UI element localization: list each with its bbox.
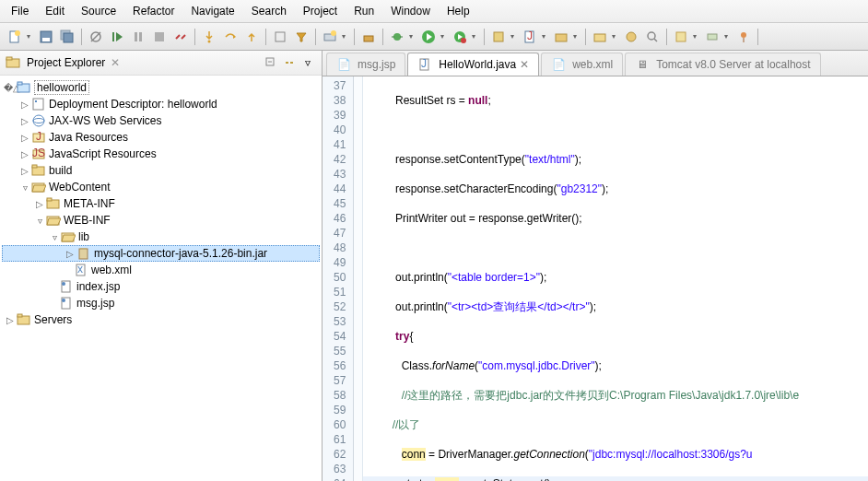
tree-label[interactable]: msg.jsp (76, 297, 114, 310)
run-icon[interactable] (419, 28, 438, 46)
run-last-icon[interactable] (451, 28, 469, 46)
annotation-icon[interactable] (672, 28, 690, 46)
collapse-icon[interactable]: ▷ (4, 315, 17, 325)
step-into-icon[interactable] (200, 28, 218, 46)
tree-label[interactable]: helloworld (34, 80, 89, 95)
open-type-icon[interactable] (591, 28, 609, 46)
tree-label[interactable]: JavaScript Resources (49, 147, 157, 160)
step-filters-icon[interactable] (292, 28, 311, 46)
menu-source[interactable]: Source (74, 2, 123, 20)
tab-tomcat-server[interactable]: 🖥Tomcat v8.0 Server at localhost (625, 53, 820, 76)
open-task-icon[interactable] (622, 28, 640, 46)
tree-label[interactable]: web.xml (91, 264, 132, 276)
external-tools-icon[interactable] (489, 28, 508, 46)
dropdown-icon[interactable]: ▾ (440, 32, 448, 41)
dropdown-icon[interactable]: ▾ (342, 32, 349, 41)
svg-rect-72 (18, 314, 22, 317)
close-icon[interactable]: ✕ (520, 58, 529, 71)
search-icon[interactable] (643, 28, 662, 46)
tree-label[interactable]: lib (78, 230, 89, 243)
close-view-icon[interactable]: ✕ (111, 56, 120, 69)
toggle-icon[interactable] (703, 28, 721, 46)
svg-rect-8 (112, 32, 114, 41)
dropdown-icon[interactable]: ▾ (612, 32, 619, 41)
debug-icon[interactable] (388, 28, 406, 46)
step-over-icon[interactable] (221, 28, 240, 46)
dropdown-icon[interactable]: ▾ (542, 32, 549, 41)
tab-helloworld-java[interactable]: JHelloWorld.java✕ (407, 53, 539, 76)
expand-icon[interactable]: ▿ (33, 216, 46, 226)
dropdown-icon[interactable]: ▾ (510, 32, 518, 41)
collapse-all-icon[interactable] (263, 54, 279, 71)
tree-label[interactable]: build (49, 164, 72, 177)
svg-marker-60 (47, 218, 61, 225)
tree-label[interactable]: Java Resources (49, 131, 128, 144)
menu-run[interactable]: Run (346, 2, 381, 20)
tree-label[interactable]: Servers (34, 313, 72, 326)
svg-point-33 (648, 32, 655, 40)
dropdown-icon[interactable]: ▾ (472, 32, 479, 41)
project-tree[interactable]: �△helloworld ▷Deployment Descriptor: hel… (0, 76, 322, 481)
tree-label[interactable]: META-INF (64, 197, 115, 210)
menu-refactor[interactable]: Refactor (125, 2, 182, 20)
menu-file[interactable]: File (4, 2, 36, 20)
menu-project[interactable]: Project (296, 2, 345, 20)
dropdown-icon[interactable]: ▾ (573, 32, 581, 41)
drop-frame-icon[interactable] (271, 28, 289, 46)
svg-line-34 (654, 39, 657, 41)
svg-rect-15 (276, 32, 285, 41)
menu-search[interactable]: Search (244, 2, 294, 20)
collapse-icon[interactable]: ▷ (33, 199, 46, 209)
disconnect-icon[interactable] (171, 28, 190, 46)
collapse-icon[interactable]: ▷ (18, 149, 31, 159)
tree-label[interactable]: Deployment Descriptor: helloworld (49, 98, 217, 111)
new-icon[interactable] (6, 28, 24, 46)
collapse-icon[interactable]: ▷ (18, 166, 31, 176)
menu-window[interactable]: Window (383, 2, 438, 20)
tree-label[interactable]: index.jsp (76, 280, 120, 293)
pin-icon[interactable] (734, 28, 753, 46)
link-editor-icon[interactable] (281, 54, 298, 71)
code-content[interactable]: ResultSet rs = null; response.setContent… (363, 76, 868, 481)
dropdown-icon[interactable]: ▾ (27, 32, 34, 41)
expand-icon[interactable]: �△ (4, 83, 17, 93)
menu-edit[interactable]: Edit (38, 2, 72, 20)
skip-breakpoints-icon[interactable] (87, 28, 105, 46)
tree-label[interactable]: JAX-WS Web Services (49, 114, 161, 127)
tab-web-xml[interactable]: 📄web.xml (541, 53, 623, 76)
collapse-icon[interactable]: ▷ (64, 249, 76, 259)
terminate-icon[interactable] (150, 28, 169, 46)
collapse-icon[interactable]: ▷ (18, 100, 31, 110)
save-all-icon[interactable] (58, 28, 76, 46)
save-icon[interactable] (37, 28, 55, 46)
menu-navigate[interactable]: Navigate (183, 2, 241, 20)
collapse-icon[interactable]: ▷ (18, 133, 31, 143)
svg-point-19 (393, 33, 401, 41)
view-menu-icon[interactable]: ▿ (299, 54, 316, 71)
line-numbers: 3738394041424344454647484950515253545556… (323, 76, 354, 481)
new-package-icon[interactable] (552, 28, 570, 46)
new-server-icon[interactable] (321, 28, 339, 46)
svg-point-17 (331, 30, 336, 36)
new-java-icon[interactable]: J (521, 28, 539, 46)
svg-rect-18 (364, 36, 373, 41)
dropdown-icon[interactable]: ▾ (724, 32, 732, 41)
resume-icon[interactable] (108, 28, 126, 46)
dropdown-icon[interactable]: ▾ (409, 32, 416, 41)
menu-help[interactable]: Help (440, 2, 477, 20)
code-editor[interactable]: 3738394041424344454647484950515253545556… (323, 76, 868, 481)
svg-text:x: x (77, 263, 83, 276)
expand-icon[interactable]: ▿ (48, 232, 61, 242)
tab-msg-jsp[interactable]: 📄msg.jsp (326, 53, 405, 76)
collapse-icon[interactable]: ▷ (18, 116, 31, 126)
dropdown-icon[interactable]: ▾ (693, 32, 700, 41)
svg-rect-30 (556, 34, 567, 41)
step-return-icon[interactable] (242, 28, 261, 46)
tree-label[interactable]: mysql-connector-java-5.1.26-bin.jar (94, 247, 267, 260)
tree-label[interactable]: WebContent (49, 181, 111, 194)
build-icon[interactable] (359, 28, 378, 46)
tree-label[interactable]: WEB-INF (64, 214, 111, 227)
suspend-icon[interactable] (129, 28, 147, 46)
svg-point-26 (461, 38, 466, 43)
expand-icon[interactable]: ▿ (18, 182, 31, 193)
